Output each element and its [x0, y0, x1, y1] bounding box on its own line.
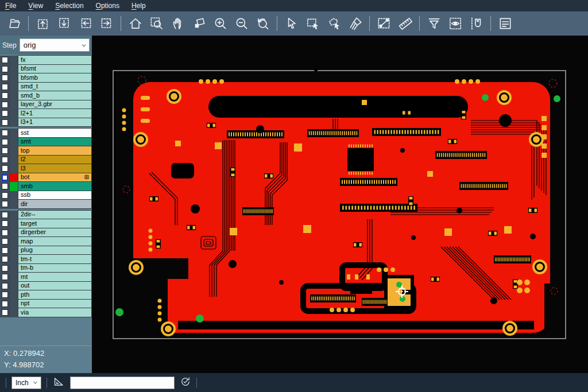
open-file-button[interactable]: [3, 13, 25, 34]
layer-label[interactable]: bfsmb: [18, 73, 92, 83]
layer-color-swatch[interactable]: [9, 211, 18, 220]
zoom-in-button[interactable]: [210, 13, 231, 34]
select-rectangle-button[interactable]: [302, 13, 323, 34]
layer-label[interactable]: bot⊞: [18, 173, 92, 183]
layer-color-swatch[interactable]: [9, 246, 18, 255]
menu-help[interactable]: Help: [131, 2, 146, 10]
layers-panel-button[interactable]: [494, 13, 516, 34]
layer-checkbox[interactable]: [2, 92, 8, 99]
layer-label[interactable]: pth: [18, 290, 92, 300]
set-square-button[interactable]: [52, 375, 65, 390]
layer-checkbox[interactable]: [2, 148, 8, 154]
layer-checkbox[interactable]: [2, 66, 8, 72]
layer-label[interactable]: via: [18, 308, 92, 317]
layer-row-top[interactable]: top: [0, 146, 92, 156]
layer-label[interactable]: smb: [18, 181, 92, 191]
layer-label[interactable]: l3+1: [18, 118, 92, 127]
layer-label[interactable]: layer_3.gbr: [18, 100, 92, 110]
menu-options[interactable]: Options: [96, 2, 119, 10]
view-shift-left-button[interactable]: [75, 13, 96, 34]
view-shift-down-button[interactable]: [53, 13, 75, 34]
filter-button[interactable]: [423, 13, 444, 34]
layer-color-swatch[interactable]: [9, 164, 18, 173]
layer-checkbox[interactable]: [2, 119, 8, 126]
unit-select[interactable]: Inch: [11, 377, 41, 389]
layer-row-smt[interactable]: smt: [0, 138, 92, 147]
layer-color-swatch[interactable]: [9, 118, 18, 127]
layer-row-bfsmt[interactable]: bfsmt: [0, 65, 92, 74]
layer-label[interactable]: bfsmt: [18, 64, 92, 74]
layer-row-tm-b[interactable]: tm-b: [0, 264, 92, 273]
layer-row-fx[interactable]: fx: [0, 56, 92, 65]
layer-checkbox[interactable]: [2, 130, 8, 136]
layer-checkbox[interactable]: [2, 230, 8, 236]
layer-checkbox[interactable]: [2, 292, 8, 298]
layer-checkbox[interactable]: [2, 110, 8, 117]
show-selection-button[interactable]: [444, 13, 466, 34]
view-shift-up-button[interactable]: [32, 13, 53, 34]
layer-row-npt[interactable]: npt: [0, 300, 92, 309]
layer-checkbox[interactable]: [2, 220, 8, 227]
layer-row-via[interactable]: via: [0, 308, 92, 317]
layer-checkbox[interactable]: [2, 157, 8, 163]
zoom-previous-button[interactable]: [252, 13, 273, 34]
measure-points-button[interactable]: [373, 13, 394, 34]
layer-color-swatch[interactable]: [9, 91, 18, 100]
layer-checkbox[interactable]: [2, 274, 8, 280]
layer-row-2dir--[interactable]: 2dir--: [0, 211, 92, 220]
layer-row-plug[interactable]: plug: [0, 246, 92, 255]
pan-hand-button[interactable]: [167, 13, 188, 34]
layer-color-swatch[interactable]: [9, 83, 18, 92]
layer-checkbox[interactable]: [2, 309, 8, 316]
layer-row-l3+1[interactable]: l3+1: [0, 118, 92, 127]
layer-checkbox[interactable]: [2, 57, 8, 63]
layer-color-swatch[interactable]: [9, 290, 18, 300]
layer-color-swatch[interactable]: [9, 173, 18, 183]
menu-selection[interactable]: Selection: [55, 2, 83, 10]
layer-color-swatch[interactable]: [9, 129, 18, 138]
layer-color-swatch[interactable]: [9, 308, 18, 317]
layer-label[interactable]: npt: [18, 299, 92, 309]
layer-label[interactable]: out: [18, 281, 92, 291]
layer-color-swatch[interactable]: [9, 146, 18, 156]
layer-row-target[interactable]: target: [0, 219, 92, 228]
layer-checkbox[interactable]: [2, 192, 8, 199]
layer-checkbox[interactable]: [2, 174, 8, 181]
layer-color-swatch[interactable]: [9, 73, 18, 83]
layer-label[interactable]: fx: [18, 55, 92, 65]
layer-checkbox[interactable]: [2, 201, 8, 207]
layer-label[interactable]: plug: [18, 246, 92, 255]
layer-row-map[interactable]: map: [0, 237, 92, 246]
layer-checkbox[interactable]: [2, 238, 8, 244]
layer-color-swatch[interactable]: [9, 191, 18, 200]
layer-color-swatch[interactable]: [9, 100, 18, 110]
layer-row-smb[interactable]: smb: [0, 182, 92, 191]
layer-label[interactable]: l2+1: [18, 108, 92, 118]
layer-row-l2+1[interactable]: l2+1: [0, 109, 92, 118]
layer-checkbox[interactable]: [2, 301, 8, 307]
layer-row-dir[interactable]: dir: [0, 200, 92, 209]
select-polygon-button[interactable]: [323, 13, 345, 34]
layer-color-swatch[interactable]: [9, 282, 18, 291]
layer-color-swatch[interactable]: [9, 109, 18, 118]
layer-color-swatch[interactable]: [9, 156, 18, 165]
layer-row-l2[interactable]: l2: [0, 156, 92, 165]
layer-checkbox[interactable]: [2, 247, 8, 254]
layer-checkbox[interactable]: [2, 256, 8, 262]
layer-color-swatch[interactable]: [9, 200, 18, 209]
layer-row-smd_b[interactable]: smd_b: [0, 91, 92, 100]
layer-color-swatch[interactable]: [9, 237, 18, 246]
layer-color-swatch[interactable]: [9, 255, 18, 264]
layer-checkbox[interactable]: [2, 283, 8, 289]
clean-brush-button[interactable]: [345, 13, 366, 34]
snap-magnet-button[interactable]: [466, 13, 487, 34]
layer-checkbox[interactable]: [2, 165, 8, 172]
layer-row-bot[interactable]: bot⊞: [0, 173, 92, 183]
layer-row-tm-t[interactable]: tm-t: [0, 255, 92, 264]
select-cursor-button[interactable]: [281, 13, 302, 34]
layer-label[interactable]: l3: [18, 164, 92, 173]
layer-row-l3[interactable]: l3: [0, 164, 92, 173]
layer-row-dirgerber[interactable]: dirgerber: [0, 228, 92, 238]
layer-color-swatch[interactable]: [9, 228, 18, 238]
view-shift-right-button[interactable]: [96, 13, 117, 34]
